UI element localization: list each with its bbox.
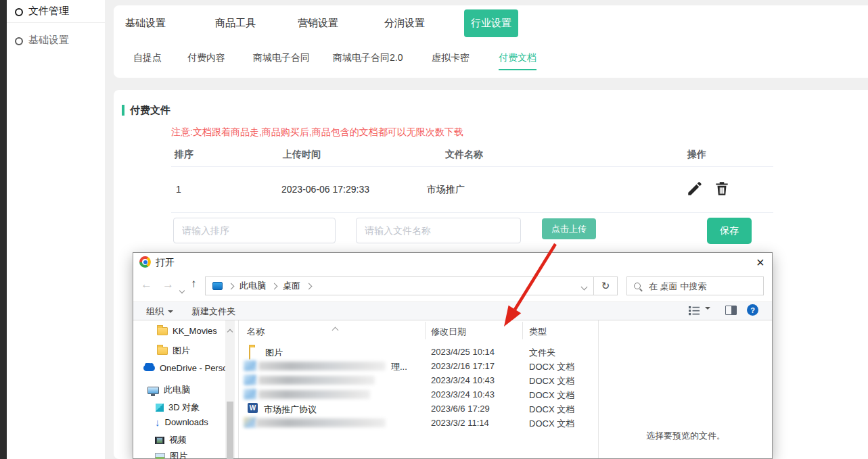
list-col-type[interactable]: 类型: [529, 326, 547, 338]
breadcrumb-desktop[interactable]: 桌面: [283, 280, 300, 292]
picture-icon: [155, 453, 165, 459]
radio-icon: [15, 7, 23, 19]
save-button[interactable]: 保存: [707, 218, 752, 244]
file-row-redacted[interactable]: 2023/3/24 10:43 DOCX 文档: [238, 387, 598, 402]
tree-item-label: OneDrive - Perso: [160, 363, 226, 373]
tree-item-3d-objects[interactable]: 3D 对象: [156, 402, 200, 414]
search-icon: [634, 283, 641, 289]
tree-item-label: Downloads: [165, 417, 208, 427]
subtab-virtual-card[interactable]: 虚拟卡密: [432, 52, 470, 64]
tree-item-pictures[interactable]: 图片: [155, 450, 187, 459]
subtab-paid-docs-active[interactable]: 付费文档: [499, 52, 536, 70]
file-row-redacted[interactable]: 理... 2023/2/16 17:17 DOCX 文档: [238, 359, 598, 373]
back-arrow-icon[interactable]: ←: [141, 279, 152, 290]
subtab-mall-econtract[interactable]: 商城电子合同: [253, 52, 310, 64]
tree-item-label: 3D 对象: [168, 402, 200, 414]
folder-icon: [157, 347, 168, 355]
file-date: 2023/4/25 10:14: [431, 347, 495, 357]
close-icon[interactable]: ×: [756, 256, 764, 269]
dropdown-arrow-icon: [168, 310, 173, 313]
column-divider: [425, 322, 426, 339]
col-header-actions: 操作: [687, 149, 706, 161]
edit-pencil-icon[interactable]: [686, 180, 704, 197]
chevron-right-icon: [271, 283, 278, 289]
list-col-name[interactable]: 名称: [247, 326, 265, 338]
tree-item-this-pc[interactable]: 此电脑: [147, 384, 190, 396]
tree-item-label: 图片: [170, 450, 187, 459]
redacted-name-bar: [258, 390, 370, 399]
help-icon[interactable]: ?: [747, 304, 758, 316]
subtab-paid-content[interactable]: 付费内容: [187, 52, 225, 64]
file-row[interactable]: W 市场推广协议 2023/6/6 17:29 DOCX 文档: [238, 402, 598, 416]
scrollbar-thumb[interactable]: [227, 402, 233, 459]
tree-item-onedrive[interactable]: OneDrive - Perso: [143, 363, 226, 373]
redacted-name-bar: [258, 362, 386, 370]
folder-icon: [157, 327, 168, 335]
list-col-date[interactable]: 修改日期: [431, 326, 466, 338]
forward-arrow-icon[interactable]: →: [162, 279, 174, 290]
search-box[interactable]: [626, 276, 764, 295]
breadcrumb-this-pc[interactable]: 此电脑: [239, 280, 266, 292]
preview-hint-text: 选择要预览的文件。: [646, 430, 725, 442]
subtab-mall-econtract-2[interactable]: 商城电子合同2.0: [333, 52, 403, 64]
new-folder-button[interactable]: 新建文件夹: [191, 306, 235, 318]
file-row-redacted[interactable]: 2023/3/24 10:43 DOCX 文档: [238, 373, 598, 387]
file-type: DOCX 文档: [529, 404, 574, 416]
list-view-icon[interactable]: [689, 306, 700, 316]
file-type: DOCX 文档: [529, 418, 574, 430]
list-preview-divider: [598, 320, 599, 458]
tree-item-videos[interactable]: 视频: [155, 434, 187, 446]
blurred-doc-icon: [244, 389, 256, 400]
file-name: 理...: [391, 361, 407, 373]
section-accent-bar: [122, 105, 124, 116]
tree-item-label: 视频: [169, 434, 187, 446]
history-chevron-icon[interactable]: [180, 283, 184, 295]
file-name: 市场推广协议: [264, 404, 317, 416]
preview-pane-icon[interactable]: [725, 306, 737, 315]
radio-icon: [15, 36, 23, 48]
subtab-pickup-point[interactable]: 自提点: [133, 52, 162, 64]
address-dropdown-icon[interactable]: [582, 280, 587, 292]
delete-trash-icon[interactable]: [713, 180, 731, 197]
column-divider: [522, 322, 523, 339]
upload-button[interactable]: 点击上传: [542, 218, 596, 239]
view-dropdown-icon[interactable]: [705, 310, 710, 322]
organize-menu[interactable]: 组织: [146, 306, 173, 318]
table-divider: [171, 212, 773, 213]
tab-industry-settings-active[interactable]: 行业设置: [464, 9, 518, 37]
folder-icon: [249, 347, 250, 360]
section-title: 付费文件: [130, 104, 170, 117]
tab-basic-settings[interactable]: 基础设置: [125, 17, 166, 30]
cell-file-name: 市场推广: [427, 184, 465, 196]
col-header-file-name: 文件名称: [445, 149, 483, 161]
blurred-doc-icon: [244, 417, 256, 428]
file-row-redacted[interactable]: 2023/3/2 11:14 DOCX 文档: [238, 416, 598, 430]
file-type: 文件夹: [529, 347, 555, 359]
file-type: DOCX 文档: [529, 389, 574, 402]
address-bar[interactable]: 此电脑 桌面: [205, 276, 594, 295]
file-name-input[interactable]: [356, 218, 521, 243]
search-input[interactable]: [647, 281, 745, 292]
refresh-icon[interactable]: ↻: [593, 276, 618, 295]
tree-item-label: KK_Movies: [173, 326, 217, 336]
organize-label: 组织: [146, 306, 164, 318]
dialog-title: 打开: [156, 257, 175, 269]
file-row[interactable]: 图片 2023/4/25 10:14 文件夹: [238, 345, 598, 359]
file-date: 2023/3/24 10:43: [431, 389, 495, 400]
tab-product-tools[interactable]: 商品工具: [215, 17, 256, 30]
sidebar-item-file-management[interactable]: 文件管理: [28, 5, 69, 18]
redacted-name-bar: [256, 418, 386, 427]
tree-item-kk-movies[interactable]: KK_Movies: [157, 326, 217, 336]
scroll-up-icon[interactable]: [228, 324, 232, 337]
cell-order: 1: [176, 184, 181, 195]
tree-item-downloads[interactable]: ↓ Downloads: [155, 417, 208, 427]
up-arrow-icon[interactable]: ↑: [191, 278, 197, 289]
sidebar-item-basic-settings[interactable]: 基础设置: [28, 34, 69, 47]
file-date: 2023/2/16 17:17: [431, 361, 495, 371]
order-input[interactable]: [173, 218, 336, 243]
tab-marketing-settings[interactable]: 营销设置: [298, 17, 338, 30]
tree-item-pictures-folder[interactable]: 图片: [157, 345, 190, 357]
3d-object-icon: [156, 404, 164, 412]
sidebar-divider: [7, 22, 105, 23]
tab-profit-settings[interactable]: 分润设置: [384, 17, 425, 30]
